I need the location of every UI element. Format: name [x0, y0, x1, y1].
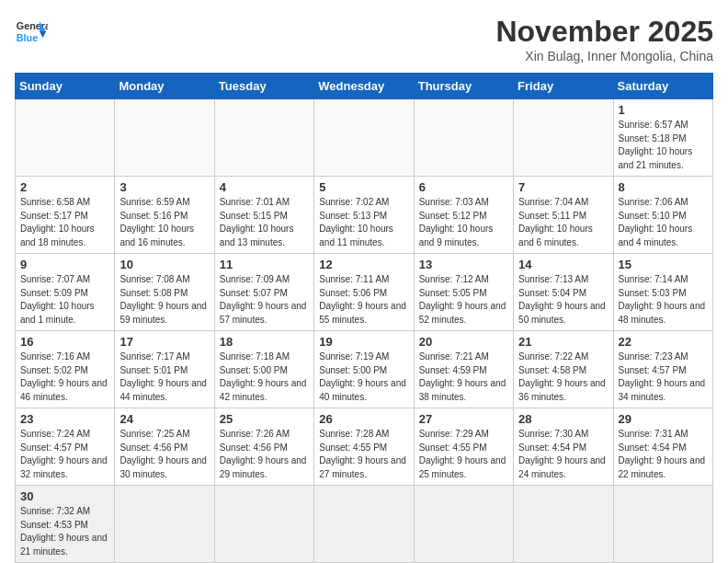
day-info: Sunrise: 7:26 AM Sunset: 4:56 PM Dayligh…	[220, 428, 309, 481]
day-number: 30	[20, 489, 109, 503]
day-number: 25	[220, 412, 309, 426]
day-info: Sunrise: 7:21 AM Sunset: 4:59 PM Dayligh…	[419, 350, 508, 404]
day-info: Sunrise: 7:14 AM Sunset: 5:03 PM Dayligh…	[619, 273, 708, 327]
table-row	[514, 486, 613, 563]
calendar-week-row: 30Sunrise: 7:32 AM Sunset: 4:53 PM Dayli…	[16, 486, 713, 563]
day-info: Sunrise: 7:31 AM Sunset: 4:54 PM Dayligh…	[619, 428, 708, 481]
day-number: 11	[220, 258, 309, 271]
table-row: 23Sunrise: 7:24 AM Sunset: 4:57 PM Dayli…	[16, 408, 115, 486]
day-info: Sunrise: 7:04 AM Sunset: 5:11 PM Dayligh…	[518, 196, 608, 249]
table-row: 12Sunrise: 7:11 AM Sunset: 5:06 PM Dayli…	[314, 254, 414, 331]
table-row: 10Sunrise: 7:08 AM Sunset: 5:08 PM Dayli…	[115, 254, 214, 331]
day-info: Sunrise: 7:08 AM Sunset: 5:08 PM Dayligh…	[119, 273, 209, 327]
day-number: 7	[518, 180, 608, 194]
table-row	[214, 486, 313, 563]
day-number: 8	[619, 180, 708, 194]
day-number: 28	[518, 412, 608, 426]
table-row: 24Sunrise: 7:25 AM Sunset: 4:56 PM Dayli…	[115, 408, 214, 486]
svg-marker-3	[40, 31, 46, 38]
day-info: Sunrise: 7:22 AM Sunset: 4:58 PM Dayligh…	[518, 350, 608, 404]
table-row: 17Sunrise: 7:17 AM Sunset: 5:01 PM Dayli…	[115, 331, 214, 408]
table-row	[414, 99, 513, 177]
day-number: 29	[619, 412, 708, 426]
day-number: 3	[119, 180, 209, 194]
calendar-week-row: 16Sunrise: 7:16 AM Sunset: 5:02 PM Dayli…	[16, 331, 713, 408]
table-row	[414, 486, 513, 563]
day-number: 22	[619, 335, 708, 349]
table-row: 9Sunrise: 7:07 AM Sunset: 5:09 PM Daylig…	[16, 254, 115, 331]
table-row: 8Sunrise: 7:06 AM Sunset: 5:10 PM Daylig…	[613, 177, 712, 254]
header-wednesday: Wednesday	[314, 74, 414, 99]
page-header: General Blue November 2025 Xin Bulag, In…	[15, 15, 713, 63]
table-row: 13Sunrise: 7:12 AM Sunset: 5:05 PM Dayli…	[414, 254, 513, 331]
table-row: 19Sunrise: 7:19 AM Sunset: 5:00 PM Dayli…	[314, 331, 414, 408]
calendar-week-row: 9Sunrise: 7:07 AM Sunset: 5:09 PM Daylig…	[16, 254, 713, 331]
table-row: 28Sunrise: 7:30 AM Sunset: 4:54 PM Dayli…	[514, 408, 613, 486]
calendar-week-row: 2Sunrise: 6:58 AM Sunset: 5:17 PM Daylig…	[16, 177, 713, 254]
table-row	[16, 99, 115, 177]
table-row: 30Sunrise: 7:32 AM Sunset: 4:53 PM Dayli…	[16, 486, 115, 563]
table-row: 25Sunrise: 7:26 AM Sunset: 4:56 PM Dayli…	[214, 408, 313, 486]
day-info: Sunrise: 6:58 AM Sunset: 5:17 PM Dayligh…	[20, 196, 109, 249]
table-row: 26Sunrise: 7:28 AM Sunset: 4:55 PM Dayli…	[314, 408, 414, 486]
day-number: 20	[419, 335, 508, 349]
table-row	[514, 99, 613, 177]
day-number: 18	[220, 335, 309, 349]
header-saturday: Saturday	[613, 74, 712, 99]
day-number: 26	[319, 412, 408, 426]
table-row: 16Sunrise: 7:16 AM Sunset: 5:02 PM Dayli…	[16, 331, 115, 408]
table-row: 21Sunrise: 7:22 AM Sunset: 4:58 PM Dayli…	[514, 331, 613, 408]
calendar-subtitle: Xin Bulag, Inner Mongolia, China	[495, 49, 713, 63]
table-row	[115, 486, 214, 563]
day-number: 15	[619, 258, 708, 271]
day-info: Sunrise: 7:29 AM Sunset: 4:55 PM Dayligh…	[419, 428, 508, 481]
day-number: 21	[518, 335, 608, 349]
day-number: 19	[319, 335, 408, 349]
day-info: Sunrise: 7:28 AM Sunset: 4:55 PM Dayligh…	[319, 428, 408, 481]
table-row: 20Sunrise: 7:21 AM Sunset: 4:59 PM Dayli…	[414, 331, 513, 408]
day-info: Sunrise: 7:13 AM Sunset: 5:04 PM Dayligh…	[518, 273, 608, 327]
day-info: Sunrise: 7:30 AM Sunset: 4:54 PM Dayligh…	[518, 428, 608, 481]
header-monday: Monday	[115, 74, 214, 99]
logo: General Blue	[15, 15, 48, 48]
table-row: 11Sunrise: 7:09 AM Sunset: 5:07 PM Dayli…	[214, 254, 313, 331]
day-info: Sunrise: 7:19 AM Sunset: 5:00 PM Dayligh…	[319, 350, 408, 404]
table-row: 27Sunrise: 7:29 AM Sunset: 4:55 PM Dayli…	[414, 408, 513, 486]
day-info: Sunrise: 7:06 AM Sunset: 5:10 PM Dayligh…	[619, 196, 708, 249]
day-info: Sunrise: 7:17 AM Sunset: 5:01 PM Dayligh…	[119, 350, 209, 404]
day-info: Sunrise: 6:59 AM Sunset: 5:16 PM Dayligh…	[119, 196, 209, 249]
day-number: 13	[419, 258, 508, 271]
header-thursday: Thursday	[414, 74, 513, 99]
calendar-week-row: 23Sunrise: 7:24 AM Sunset: 4:57 PM Dayli…	[16, 408, 713, 486]
table-row: 4Sunrise: 7:01 AM Sunset: 5:15 PM Daylig…	[214, 177, 313, 254]
day-number: 5	[319, 180, 408, 194]
table-row: 15Sunrise: 7:14 AM Sunset: 5:03 PM Dayli…	[613, 254, 712, 331]
table-row: 6Sunrise: 7:03 AM Sunset: 5:12 PM Daylig…	[414, 177, 513, 254]
table-row: 18Sunrise: 7:18 AM Sunset: 5:00 PM Dayli…	[214, 331, 313, 408]
day-number: 9	[20, 258, 109, 271]
table-row: 5Sunrise: 7:02 AM Sunset: 5:13 PM Daylig…	[314, 177, 414, 254]
header-sunday: Sunday	[16, 74, 115, 99]
header-friday: Friday	[514, 74, 613, 99]
day-number: 10	[119, 258, 209, 271]
day-number: 2	[20, 180, 109, 194]
day-info: Sunrise: 7:24 AM Sunset: 4:57 PM Dayligh…	[20, 428, 109, 481]
day-info: Sunrise: 7:25 AM Sunset: 4:56 PM Dayligh…	[119, 428, 209, 481]
day-number: 4	[220, 180, 309, 194]
calendar-title: November 2025	[495, 15, 713, 49]
day-number: 16	[20, 335, 109, 349]
table-row	[214, 99, 313, 177]
day-number: 17	[119, 335, 209, 349]
day-info: Sunrise: 7:12 AM Sunset: 5:05 PM Dayligh…	[419, 273, 508, 327]
table-row: 7Sunrise: 7:04 AM Sunset: 5:11 PM Daylig…	[514, 177, 613, 254]
table-row	[613, 486, 712, 563]
day-number: 1	[619, 103, 708, 117]
day-number: 6	[419, 180, 508, 194]
calendar-header-row: Sunday Monday Tuesday Wednesday Thursday…	[16, 74, 713, 99]
day-info: Sunrise: 7:03 AM Sunset: 5:12 PM Dayligh…	[419, 196, 508, 249]
day-info: Sunrise: 7:32 AM Sunset: 4:53 PM Dayligh…	[20, 505, 109, 558]
day-info: Sunrise: 7:02 AM Sunset: 5:13 PM Dayligh…	[319, 196, 408, 249]
day-number: 14	[518, 258, 608, 271]
day-info: Sunrise: 7:16 AM Sunset: 5:02 PM Dayligh…	[20, 350, 109, 404]
day-info: Sunrise: 6:57 AM Sunset: 5:18 PM Dayligh…	[619, 119, 708, 172]
